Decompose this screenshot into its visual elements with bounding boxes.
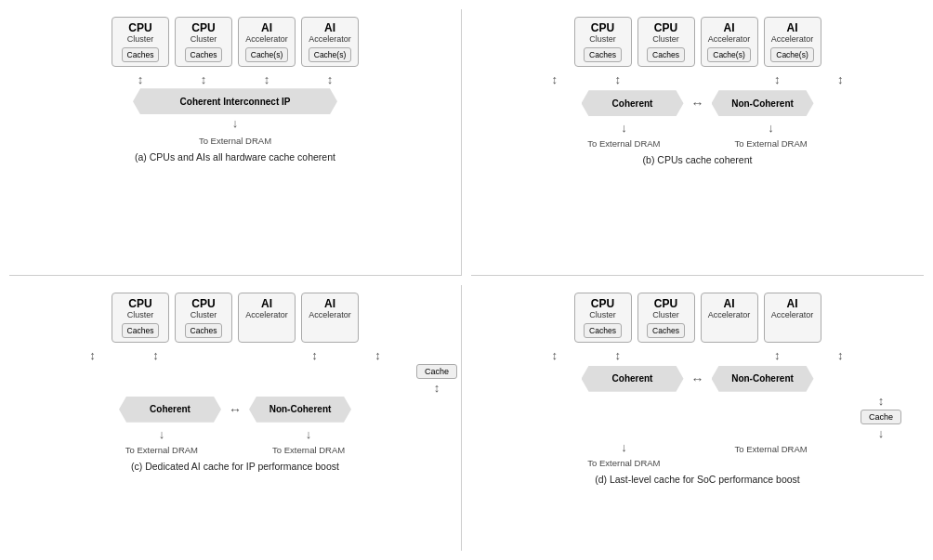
unit-title: AI — [261, 297, 272, 310]
banner-d-noncoherent: Non-Coherent — [712, 366, 814, 392]
banner-b-noncoherent: Non-Coherent — [712, 90, 814, 116]
unit-subtitle: Cluster — [589, 310, 616, 320]
diagram-a: CPU Cluster Caches CPU Cluster Caches AI… — [9, 9, 462, 276]
unit-title: CPU — [191, 21, 215, 34]
unit-ai1-c: AI Accelerator — [238, 293, 296, 343]
unit-cpu2-d: CPU Cluster Caches — [637, 293, 695, 343]
arrow-a2: ↕ — [175, 72, 232, 86]
cache-box: Caches — [647, 47, 685, 62]
unit-subtitle: Cluster — [127, 34, 154, 45]
cache-box: Caches — [122, 47, 160, 62]
banner-a: Coherent Interconnect IP — [133, 88, 337, 114]
dram-b2: To External DRAM — [735, 138, 808, 149]
unit-subtitle: Accelerator — [771, 34, 814, 45]
unit-title: AI — [324, 21, 335, 34]
unit-subtitle: Accelerator — [771, 310, 814, 320]
unit-cpu2-c: CPU Cluster Caches — [175, 293, 232, 343]
dram-c2: To External DRAM — [272, 445, 345, 455]
unit-subtitle: Cluster — [589, 34, 616, 45]
cache-box: Caches — [584, 323, 622, 338]
unit-subtitle: Accelerator — [708, 310, 751, 320]
unit-title: AI — [787, 21, 798, 34]
unit-cpu1-b: CPU Cluster Caches — [574, 17, 632, 67]
dram-a: To External DRAM — [199, 136, 271, 146]
cache-box: Cache(s) — [309, 47, 351, 62]
unit-subtitle: Cluster — [127, 310, 154, 320]
unit-cpu2-a: CPU Cluster Caches — [175, 17, 232, 67]
unit-title: CPU — [654, 297, 677, 310]
arrow-a3: ↕ — [238, 72, 296, 86]
arrow-down-a: ↓ — [232, 116, 239, 130]
banner-c-noncoherent: Non-Coherent — [249, 397, 351, 423]
unit-row-a: CPU Cluster Caches CPU Cluster Caches AI… — [112, 17, 359, 67]
unit-title: CPU — [128, 297, 151, 310]
caption-c: (c) Dedicated AI cache for IP performanc… — [131, 461, 339, 472]
unit-row-c: CPU Cluster Caches CPU Cluster Caches AI… — [112, 293, 359, 343]
banner-arrow-b: ↔ — [691, 96, 704, 111]
unit-subtitle: Cluster — [191, 34, 217, 45]
arrow-a4: ↕ — [301, 72, 359, 86]
unit-ai2-c: AI Accelerator — [301, 293, 359, 343]
banner-d-coherent: Coherent — [582, 366, 684, 392]
banner-row-c: Coherent ↔ Non-Coherent — [119, 397, 351, 423]
dram-c1: To External DRAM — [125, 445, 198, 455]
dram-d2: To External DRAM — [735, 444, 808, 454]
diagram-d: CPU Cluster Caches CPU Cluster Caches AI… — [471, 285, 924, 552]
unit-subtitle: Accelerator — [245, 34, 288, 45]
cache-box: Caches — [647, 323, 685, 338]
cache-box: Caches — [122, 323, 160, 338]
unit-ai1-a: AI Accelerator Cache(s) — [238, 17, 296, 67]
arrow-a1: ↕ — [112, 72, 169, 86]
unit-title: CPU — [591, 21, 614, 34]
cache-box: Caches — [185, 47, 223, 62]
banner-c-coherent: Coherent — [119, 397, 221, 423]
caption-a: (a) CPUs and AIs all hardware cache cohe… — [135, 151, 335, 163]
unit-subtitle: Accelerator — [245, 310, 288, 320]
arrows-to-banner-a: ↕ ↕ ↕ ↕ — [112, 72, 359, 86]
unit-ai1-d: AI Accelerator — [701, 293, 758, 343]
cache-box: Cache(s) — [770, 47, 813, 62]
cache-box: Caches — [185, 323, 223, 338]
unit-title: AI — [261, 21, 272, 34]
banner-b-coherent: Coherent — [582, 90, 684, 116]
unit-title: AI — [324, 297, 335, 310]
diagram-b: CPU Cluster Caches CPU Cluster Caches AI… — [471, 9, 924, 276]
unit-ai2-a: AI Accelerator Cache(s) — [301, 17, 359, 67]
dram-row-b: ↓ To External DRAM ↓ To External DRAM — [587, 121, 807, 149]
bottom-cache-d: Cache — [861, 410, 901, 424]
cache-box: Cache(s) — [245, 47, 288, 62]
unit-row-b: CPU Cluster Caches CPU Cluster Caches AI… — [574, 17, 821, 67]
unit-subtitle: Accelerator — [309, 34, 351, 45]
cache-box: Caches — [584, 47, 622, 62]
unit-subtitle: Cluster — [652, 34, 679, 45]
banner-arrow-d: ↔ — [691, 371, 704, 386]
unit-title: AI — [787, 297, 798, 310]
unit-title: CPU — [591, 297, 614, 310]
banner-arrow-c: ↔ — [229, 402, 242, 417]
cache-box: Cache(s) — [707, 47, 750, 62]
unit-cpu2-b: CPU Cluster Caches — [637, 17, 695, 67]
unit-cpu1-c: CPU Cluster Caches — [112, 293, 169, 343]
unit-ai1-b: AI Accelerator Cache(s) — [701, 17, 758, 67]
banner-row-b: Coherent ↔ Non-Coherent — [582, 90, 814, 116]
unit-row-d: CPU Cluster Caches CPU Cluster Caches AI… — [574, 293, 821, 343]
unit-title: CPU — [128, 21, 151, 34]
caption-d: (d) Last-level cache for SoC performance… — [595, 474, 800, 485]
diagram-c: CPU Cluster Caches CPU Cluster Caches AI… — [9, 285, 462, 552]
unit-title: AI — [724, 297, 735, 310]
unit-cpu1-a: CPU Cluster Caches — [112, 17, 169, 67]
unit-ai2-d: AI Accelerator — [764, 293, 821, 343]
unit-subtitle: Cluster — [191, 310, 217, 320]
arrows-to-banner-b: ↕ ↕ ↕ ↕ — [475, 72, 920, 86]
unit-title: AI — [724, 21, 735, 34]
dram-d1: To External DRAM — [587, 458, 660, 468]
banner-row-d: Coherent ↔ Non-Coherent — [582, 366, 814, 392]
unit-title: CPU — [191, 297, 215, 310]
dram-row-c: ↓ To External DRAM ↓ To External DRAM — [125, 427, 345, 455]
diagrams-grid: CPU Cluster Caches CPU Cluster Caches AI… — [0, 0, 933, 560]
caption-b: (b) CPUs cache coherent — [643, 154, 753, 165]
dram-b1: To External DRAM — [587, 138, 660, 149]
unit-subtitle: Cluster — [652, 310, 679, 320]
unit-subtitle: Accelerator — [708, 34, 751, 45]
unit-ai2-b: AI Accelerator Cache(s) — [764, 17, 821, 67]
